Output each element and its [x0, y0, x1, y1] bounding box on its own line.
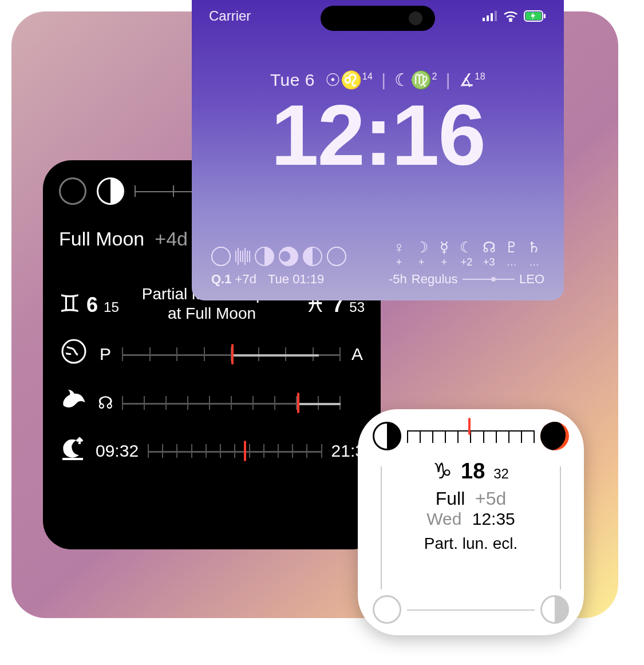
- small-dow: Wed: [426, 509, 461, 528]
- apogee-perigee-row: P A: [59, 339, 365, 369]
- first-quarter-icon: [97, 177, 124, 205]
- moonrise-time: 09:32: [96, 441, 139, 461]
- status-icons: [483, 10, 547, 22]
- small-datetime: Wed 12:35: [373, 509, 569, 529]
- dynamic-island: [321, 6, 435, 31]
- asc-deg: 18: [475, 72, 485, 81]
- phase-strip: [211, 247, 377, 266]
- phase-info-line: Q.1 +7d Tue 01:19: [211, 272, 377, 287]
- lockscreen-moon-widget[interactable]: Q.1 +7d Tue 01:19: [211, 247, 377, 287]
- small-event: Part. lun. ecl.: [373, 535, 569, 553]
- carrier-label: Carrier: [209, 8, 251, 24]
- gemini-icon: ♊︎: [59, 290, 81, 318]
- planet-col: ☊+3: [479, 239, 499, 268]
- moon-widget-small[interactable]: ♑︎ 18 32 Full +5d Wed 12:35 Part. lun. e…: [358, 409, 584, 635]
- planet-value: +2: [456, 256, 477, 268]
- sun-min: 15: [104, 299, 119, 315]
- small-time: 12:35: [472, 509, 515, 528]
- rise-set-row: 09:32 21:3: [59, 436, 365, 466]
- planet-symbol: ☽: [411, 239, 432, 256]
- planet-row: ♀+☽+☿+☾+2☊+3♇…♄…: [389, 239, 544, 268]
- divider: [560, 466, 561, 589]
- dragon-icon: [59, 386, 89, 419]
- node-row: ☊: [59, 386, 365, 419]
- moon-deg: 2: [432, 72, 437, 81]
- planet-value: …: [501, 256, 522, 268]
- planet-symbol: ♀: [389, 239, 409, 256]
- planet-col: ☾+2: [456, 239, 477, 268]
- svg-rect-1: [483, 18, 485, 21]
- svg-rect-8: [544, 14, 546, 18]
- svg-rect-4: [495, 11, 497, 21]
- divider: [381, 466, 382, 589]
- phase-name: Full Moon: [59, 228, 144, 250]
- regulus-offset: -5h: [389, 272, 407, 287]
- planet-symbol: ♇: [501, 239, 522, 256]
- small-min: 32: [493, 466, 509, 481]
- last-quarter-icon: [303, 247, 322, 266]
- small-phase-name: Full: [436, 488, 465, 509]
- new-moon-icon: [327, 247, 346, 266]
- node-glyph: ☊: [98, 393, 113, 413]
- event-line2: at Full Moon: [168, 304, 256, 322]
- svg-point-0: [62, 340, 85, 363]
- small-position: ♑︎ 18 32: [373, 458, 569, 484]
- planet-value: …: [524, 256, 544, 268]
- planet-value: +: [411, 256, 432, 268]
- first-quarter-icon: [255, 247, 274, 266]
- phase-offset: +4d: [155, 228, 188, 250]
- phase-short: Q.1: [211, 272, 231, 286]
- wifi-icon: [503, 10, 518, 22]
- svg-point-5: [510, 21, 512, 22]
- apogee-label: A: [350, 345, 365, 364]
- planet-col: ♄…: [524, 239, 544, 268]
- waxing-gibbous-icon: [279, 247, 298, 266]
- earth-icon: [59, 339, 89, 369]
- new-moon-icon: [373, 595, 401, 624]
- lockscreen-planets-widget[interactable]: ♀+☽+☿+☾+2☊+3♇…♄… -5h Regulus LEO: [389, 239, 544, 287]
- perigee-label: P: [98, 345, 113, 364]
- planet-col: ♀+: [389, 239, 409, 268]
- planet-value: +: [389, 256, 409, 268]
- planet-symbol: ☿: [434, 239, 455, 256]
- sun-deg: 14: [362, 72, 373, 81]
- mini-ticks: [235, 247, 250, 266]
- regulus-sign: LEO: [519, 272, 544, 287]
- battery-charging-icon: [524, 10, 547, 22]
- moon-min: 53: [349, 299, 365, 315]
- moonrise-icon: [59, 436, 86, 466]
- lockscreen-time: 12:16: [192, 92, 564, 178]
- eclipse-moon-icon: [540, 422, 569, 450]
- distance-track: [122, 342, 341, 367]
- small-bottom-ticks: [407, 604, 535, 615]
- planet-value: +3: [479, 256, 499, 268]
- small-phase: Full +5d: [373, 488, 569, 509]
- phase-datetime: Tue 01:19: [268, 272, 324, 287]
- first-quarter-icon: [540, 595, 569, 624]
- node-track: [122, 390, 341, 415]
- new-moon-icon: [59, 177, 86, 205]
- planet-value: +: [434, 256, 455, 268]
- svg-rect-2: [487, 15, 489, 21]
- planet-symbol: ♄: [524, 239, 544, 256]
- sun-position: ♊︎ 6 15: [59, 290, 119, 318]
- phase-offset: +7d: [235, 272, 256, 286]
- regulus-row: -5h Regulus LEO: [389, 272, 544, 287]
- capricorn-icon: ♑︎: [433, 459, 452, 483]
- regulus-name: Regulus: [412, 272, 458, 287]
- small-ticks: [407, 423, 535, 449]
- small-deg: 18: [461, 459, 485, 483]
- svg-rect-3: [491, 13, 493, 21]
- planet-symbol: ☊: [479, 239, 499, 256]
- first-quarter-icon: [373, 422, 401, 450]
- small-phase-offset: +5d: [475, 488, 506, 509]
- small-top-row: [373, 422, 569, 450]
- planet-col: ☽+: [411, 239, 432, 268]
- planet-col: ♇…: [501, 239, 522, 268]
- cellular-icon: [483, 11, 497, 21]
- new-moon-icon: [211, 247, 231, 266]
- small-bottom-row: [373, 595, 569, 624]
- daylight-track: [148, 438, 322, 464]
- regulus-track: [463, 279, 515, 280]
- planet-col: ☿+: [434, 239, 455, 268]
